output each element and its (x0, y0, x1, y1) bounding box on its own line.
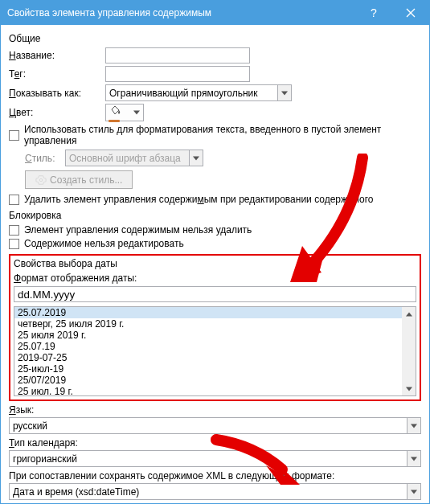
svg-point-0 (39, 178, 43, 182)
list-item[interactable]: 25.07.19 (14, 341, 402, 352)
chevron-down-icon (407, 484, 420, 499)
date-properties-highlight: Свойства выбора даты Формат отображения … (9, 254, 421, 401)
list-item[interactable]: 25/07/2019 (14, 375, 402, 386)
showas-label: Показывать как: (9, 88, 105, 99)
chevron-down-icon (277, 85, 291, 100)
group-date: Свойства выбора даты (14, 258, 416, 269)
style-value: Основной шрифт абзаца (69, 153, 181, 164)
scrollbar[interactable] (402, 307, 416, 395)
cannot-delete-checkbox[interactable] (9, 225, 19, 236)
use-style-label: Использовать стиль для форматирования те… (24, 124, 421, 146)
titlebar: Свойства элемента управления содержимым … (1, 1, 429, 25)
chevron-down-icon (133, 110, 141, 115)
chevron-down-icon (407, 418, 420, 433)
name-input[interactable] (105, 47, 250, 64)
list-item[interactable]: 25.07.2019 (14, 307, 402, 318)
delete-on-edit-checkbox[interactable] (9, 195, 19, 205)
list-item[interactable]: 25-июл-19 (14, 363, 402, 375)
new-style-button: Создать стиль... (25, 170, 133, 189)
scroll-up-icon[interactable] (402, 307, 416, 321)
date-format-listbox[interactable]: 25.07.2019 четверг, 25 июля 2019 г. 25 и… (14, 306, 416, 396)
delete-on-edit-label: Удалить элемент управления содержимым пр… (24, 194, 373, 205)
list-item[interactable]: 25 июля 2019 г. (14, 330, 402, 341)
chevron-down-icon (407, 451, 420, 466)
calendar-type-dropdown[interactable]: григорианский (9, 450, 421, 467)
name-label: Название: (9, 50, 105, 61)
xml-storage-dropdown[interactable]: Дата и время (xsd:dateTime) (9, 483, 421, 500)
group-general: Общие (9, 33, 421, 44)
cannot-edit-label: Содержимое нельзя редактировать (24, 238, 184, 249)
list-item[interactable]: четверг, 25 июля 2019 г. (14, 318, 402, 330)
close-button[interactable] (392, 1, 429, 25)
language-dropdown[interactable]: русский (9, 417, 421, 434)
tag-label: Тег: (9, 68, 105, 80)
color-label: Цвет: (9, 107, 105, 118)
chevron-down-icon (189, 150, 203, 166)
dialog-content: Общие Название: Тег: Показывать как: Огр… (1, 25, 429, 503)
list-item[interactable]: 2019-07-25 (14, 352, 402, 363)
style-dropdown: Основной шрифт абзаца (65, 150, 203, 166)
cannot-edit-checkbox[interactable] (9, 239, 19, 249)
date-format-input[interactable] (14, 286, 416, 302)
showas-dropdown[interactable]: Ограничивающий прямоугольник (105, 84, 292, 101)
calendar-type-label: Тип календаря: (9, 437, 421, 449)
color-dropdown[interactable] (105, 104, 144, 121)
style-label: Стиль: (25, 153, 65, 164)
paint-bucket-icon (109, 104, 121, 122)
group-locking: Блокировка (9, 210, 421, 221)
dialog-title: Свойства элемента управления содержимым (7, 7, 211, 18)
xml-storage-value: Дата и время (xsd:dateTime) (13, 486, 139, 498)
xml-storage-label: При сопоставлении сохранять содержимое X… (9, 470, 421, 481)
calendar-type-value: григорианский (13, 453, 77, 465)
scroll-down-icon[interactable] (402, 382, 416, 395)
lang-label: Язык: (9, 404, 421, 416)
language-value: русский (13, 420, 47, 432)
dialog-window: Свойства элемента управления содержимым … (0, 0, 430, 504)
format-label: Формат отображения даты: (14, 272, 416, 284)
list-item[interactable]: 25 июл. 19 г. (14, 386, 402, 395)
cannot-delete-label: Элемент управления содержимым нельзя уда… (24, 224, 252, 236)
showas-value: Ограничивающий прямоугольник (109, 88, 258, 99)
use-style-checkbox[interactable] (9, 130, 19, 141)
help-button[interactable]: ? (355, 1, 392, 25)
tag-input[interactable] (105, 66, 250, 82)
